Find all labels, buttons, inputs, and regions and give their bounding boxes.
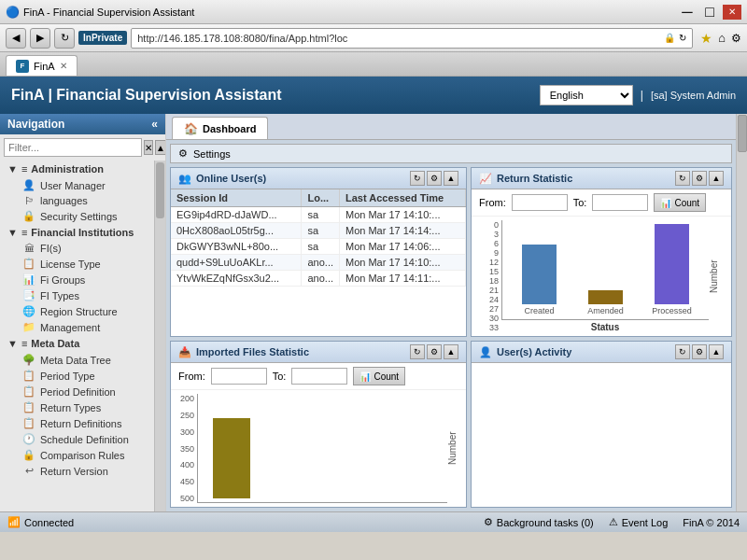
time-cell: Mon Mar 17 14:11:... [340,271,466,287]
sidebar-item-meta-data[interactable]: ▼ ≡ Meta Data [0,335,154,352]
activity-refresh[interactable]: ↻ [675,344,690,359]
bar-label: Created [524,306,554,315]
imported-from-label: From: [178,371,205,382]
imported-count-label: Count [374,371,399,382]
nav-item-label: Meta Data Tree [40,355,111,366]
time-cell: Mon Mar 17 14:10:... [340,255,466,271]
tab-title: FinA [34,61,55,72]
nav-item-label: User Manager [40,180,106,191]
dashboard-tab-icon: 🏠 [184,122,198,135]
return-def-icon: 📋 [22,417,35,429]
main-scrollbar[interactable] [736,114,747,511]
sidebar-item-administration[interactable]: ▼ ≡ Administration [0,161,154,177]
imported-to-input[interactable] [291,368,347,385]
return-stat-settings[interactable]: ⚙ [692,171,707,186]
online-users-panel: 👥 Online User(s) ↻ ⚙ ▲ [170,167,467,337]
activity-collapse[interactable]: ▲ [709,344,724,359]
filter-scroll-up[interactable]: ▲ [155,140,166,155]
count-label: Count [674,198,699,208]
browser-titlebar: 🔵 FinA - Financial Supervision Assistant… [0,0,747,24]
background-tasks-status[interactable]: ⚙ Background tasks (0) [484,516,594,528]
imported-from-input[interactable] [211,368,267,385]
address-bar[interactable]: http://146.185.178.108:8080/fina/App.htm… [131,28,693,49]
panel-settings-button[interactable]: ⚙ [427,171,442,186]
nav-item-label: License Type [40,259,101,270]
session-id-cell: 0HcX808aoL05tr5g... [171,223,302,239]
chart-bar: Amended [576,224,635,315]
dashboard-tab[interactable]: 🏠 Dashboard [172,117,268,139]
activity-label: User(s) Activity [497,346,571,357]
sidebar-item-fi-types[interactable]: 📑 FI Types [0,287,154,303]
table-row: 0HcX808aoL05tr5g...saMon Mar 17 14:14:..… [171,223,466,239]
event-log-status[interactable]: ⚠ Event Log [609,516,669,528]
sidebar-collapse-icon[interactable]: « [151,118,158,131]
browser-tab[interactable]: F FinA ✕ [6,55,78,76]
minimize-button[interactable]: ─ [678,5,697,20]
nav-item-label: Comparison Rules [40,450,124,461]
panel-collapse-button[interactable]: ▲ [444,171,458,186]
nav-item-label: Region Structure [40,306,118,317]
sidebar-item-fi-groups[interactable]: 📊 Fi Groups [0,272,154,287]
sidebar-item-languages[interactable]: 🏳 languages [0,193,154,208]
address-refresh-icon: ↻ [679,33,686,43]
imported-settings[interactable]: ⚙ [427,344,442,359]
sidebar-item-meta-data-tree[interactable]: 🌳 Meta Data Tree [0,352,154,368]
from-date-input[interactable] [512,194,568,211]
sidebar-item-security-settings[interactable]: 🔒 Security Settings [0,208,154,224]
scrollbar-thumb[interactable] [738,115,747,152]
sidebar-item-return-types[interactable]: 📋 Return Types [0,399,154,415]
sidebar-filter-input[interactable] [4,138,142,157]
home-icon[interactable]: ⌂ [718,31,726,45]
address-text: http://146.185.178.108:8080/fina/App.htm… [137,33,660,44]
to-date-input[interactable] [592,194,648,211]
panel-refresh-button[interactable]: ↻ [410,171,425,186]
sidebar-item-fi[interactable]: 🏛 FI(s) [0,241,154,256]
nav-item-label: Return Definitions [40,418,121,429]
nav-item-label: Management [40,322,100,333]
filter-clear-button[interactable]: ✕ [144,140,153,155]
return-stat-toolbar: From: To: 📊 Count [472,189,731,217]
star-icon[interactable]: ★ [700,31,712,46]
back-button[interactable]: ◀ [6,28,26,49]
close-button[interactable]: ✕ [723,5,741,20]
bar-label: Amended [587,306,624,315]
sidebar-item-schedule-definition[interactable]: 🕐 Schedule Definition [0,431,154,447]
sidebar-item-period-type[interactable]: 📋 Period Type [0,368,154,384]
sidebar-item-period-definition[interactable]: 📋 Period Definition [0,384,154,399]
sidebar-item-user-manager[interactable]: 👤 User Manager [0,177,154,193]
imported-refresh[interactable]: ↻ [410,344,425,359]
return-statistic-title: 📈 Return Statistic [479,173,572,185]
tools-icon[interactable]: ⚙ [731,32,741,45]
sidebar-item-license-type[interactable]: 📋 License Type [0,256,154,272]
section-icon: ≡ [21,338,27,349]
table-row: qudd+S9LuUoAKLr...ano...Mon Mar 17 14:10… [171,255,466,271]
dashboard-tab-label: Dashboard [203,123,256,134]
sidebar-item-management[interactable]: 📁 Management [0,319,154,335]
time-cell: Mon Mar 17 14:06:... [340,239,466,255]
return-stat-icon: 📈 [479,173,492,185]
sidebar-scrollbar[interactable] [154,161,165,511]
sidebar-item-return-definitions[interactable]: 📋 Return Definitions [0,415,154,431]
sidebar-item-region-structure[interactable]: 🌐 Region Structure [0,303,154,319]
refresh-button[interactable]: ↻ [54,28,75,49]
forward-button[interactable]: ▶ [30,28,50,49]
login-cell: sa [302,207,340,223]
time-cell: Mon Mar 17 14:10:... [340,207,466,223]
activity-settings[interactable]: ⚙ [692,344,707,359]
session-id-cell: DkGWYB3wNL+80o... [171,239,302,255]
favicon: 🔵 [6,6,20,19]
imported-collapse[interactable]: ▲ [444,344,458,359]
tab-close-icon[interactable]: ✕ [60,61,67,71]
list-icon: 📋 [22,258,35,270]
sidebar-item-comparison-rules[interactable]: 🔒 Comparison Rules [0,447,154,463]
flag-icon: 🏳 [22,195,35,206]
return-stat-collapse[interactable]: ▲ [709,171,724,186]
imported-count-button[interactable]: 📊 Count [353,367,405,385]
sidebar-item-return-version[interactable]: ↩ Return Version [0,463,154,479]
count-button[interactable]: 📊 Count [654,193,706,212]
return-stat-refresh[interactable]: ↻ [675,171,690,186]
imported-icon: 📥 [178,346,191,358]
language-select[interactable]: English [540,85,633,105]
maximize-button[interactable]: □ [700,5,719,20]
sidebar-item-financial-institutions[interactable]: ▼ ≡ Financial Institutions [0,224,154,241]
